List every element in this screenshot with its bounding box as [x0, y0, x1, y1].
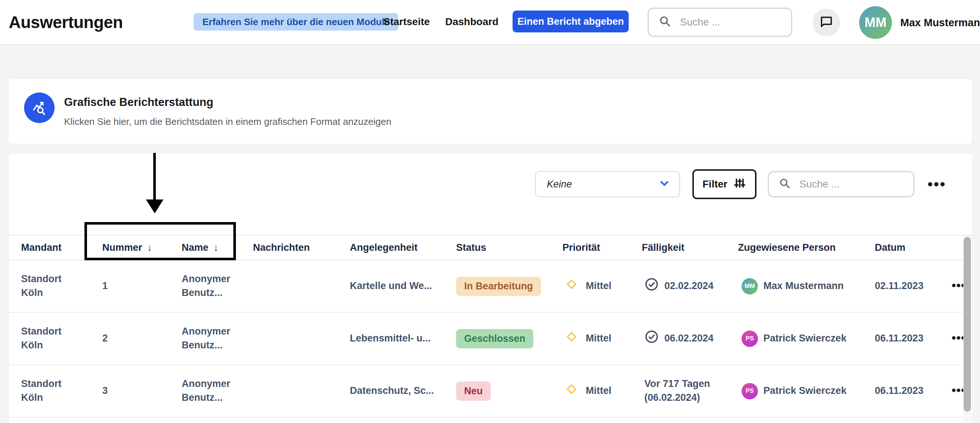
table-row[interactable]: Standort Köln 1 Anonymer Benutz... Karte… [9, 260, 973, 313]
cell-mandant: Standort Köln [21, 377, 102, 405]
nav-startseite[interactable]: Startseite [383, 16, 430, 28]
cell-faelligkeit: Vor 717 Tagen (06.02.2024) [642, 377, 738, 405]
cell-nummer: 3 [102, 384, 181, 398]
table-row[interactable]: Standort Köln 2 Anonymer Benutz... Leben… [9, 313, 973, 365]
cell-prioritaet: Mittel [562, 279, 642, 294]
cell-angelegenheit: Datenschutz, Sc... [350, 384, 456, 398]
submit-report-button[interactable]: Einen Bericht abgeben [512, 11, 629, 32]
table-search-input[interactable] [799, 178, 904, 190]
diamond-icon [566, 384, 577, 399]
search-icon [778, 177, 791, 191]
annotation-arrow-head [146, 199, 164, 213]
cell-datum: 02.11.2023 [875, 279, 951, 293]
table-row[interactable]: Standort Köln 3 Anonymer Benutz... Daten… [9, 365, 973, 418]
chevron-down-icon [658, 177, 671, 191]
diamond-icon [566, 279, 577, 294]
dropdown-selected-value: Keine [547, 179, 572, 190]
annotation-arrow-line [153, 153, 156, 200]
cell-name: Anonymer Benutz... [181, 377, 253, 405]
ellipsis-icon[interactable]: ••• [928, 176, 946, 192]
cell-mandant: Standort Köln [21, 325, 102, 352]
speech-bubble-icon [819, 14, 834, 30]
table-scrollbar-thumb[interactable] [964, 237, 971, 412]
graphic-report-card[interactable]: Grafische Berichterstattung Klicken Sie … [8, 78, 973, 144]
cell-angelegenheit: Kartelle und We... [350, 279, 456, 293]
sliders-icon [733, 177, 746, 192]
sort-desc-icon[interactable]: ↓ [148, 242, 153, 253]
nav-dashboard[interactable]: Dashboard [445, 16, 498, 28]
cell-zugewiesene-person: MM Max Mustermann [738, 278, 875, 294]
graphic-card-title: Grafische Berichterstattung [64, 96, 213, 109]
cell-zugewiesene-person: PS Patrick Swierczek [738, 383, 875, 399]
assignee-avatar: MM [741, 278, 758, 294]
col-nachrichten[interactable]: Nachrichten [253, 242, 350, 253]
col-prioritaet[interactable]: Priorität [562, 242, 642, 253]
sort-desc-icon[interactable]: ↓ [214, 242, 219, 253]
filter-dropdown[interactable]: Keine [535, 171, 680, 197]
cell-datum: 06.11.2023 [875, 332, 951, 345]
header-search[interactable] [648, 8, 792, 37]
header-search-input[interactable] [680, 16, 781, 28]
assignee-avatar: PS [741, 331, 758, 347]
diamond-icon [566, 331, 577, 346]
cell-faelligkeit: 02.02.2024 [642, 277, 738, 296]
cell-status: In Bearbeitung [456, 277, 562, 296]
new-modules-badge[interactable]: Erfahren Sie mehr über die neuen Module [194, 13, 398, 30]
status-badge: Geschlossen [456, 329, 533, 348]
col-zugewiesene-person[interactable]: Zugewiesene Person [738, 242, 875, 253]
status-badge: Neu [456, 382, 491, 401]
table-search[interactable] [768, 171, 915, 197]
cell-status: Neu [456, 382, 562, 401]
chat-button[interactable] [813, 9, 840, 37]
page-title: Auswertungen [9, 13, 123, 32]
cell-name: Anonymer Benutz... [181, 325, 253, 352]
cell-datum: 06.11.2023 [875, 384, 951, 398]
col-nummer[interactable]: Nummer ↓ [102, 242, 181, 253]
user-avatar[interactable]: MM [859, 6, 892, 39]
cell-status: Geschlossen [456, 329, 562, 348]
col-mandant[interactable]: Mandant [21, 242, 102, 253]
cell-prioritaet: Mittel [562, 331, 642, 346]
status-badge: In Bearbeitung [456, 277, 541, 296]
app-header: Auswertungen Erfahren Sie mehr über die … [0, 0, 980, 45]
col-faelligkeit[interactable]: Fälligkeit [642, 242, 738, 253]
cell-angelegenheit: Lebensmittel- u... [350, 332, 456, 345]
table-more-button[interactable]: ••• [928, 177, 946, 191]
filter-button[interactable]: Filter [692, 169, 756, 199]
cell-prioritaet: Mittel [562, 384, 642, 399]
check-circle-icon [644, 329, 659, 348]
col-name[interactable]: Name ↓ [181, 242, 253, 253]
cell-mandant: Standort Köln [21, 272, 102, 300]
assignee-avatar: PS [741, 383, 758, 399]
search-icon [658, 14, 672, 30]
col-datum[interactable]: Datum [875, 242, 951, 253]
chart-magnifier-icon [24, 92, 55, 123]
cell-zugewiesene-person: PS Patrick Swierczek [738, 331, 875, 347]
cell-nummer: 2 [102, 332, 181, 345]
cell-name: Anonymer Benutz... [181, 272, 253, 300]
col-angelegenheit[interactable]: Angelegenheit [350, 242, 456, 253]
user-name[interactable]: Max Mustermann [900, 17, 980, 29]
cell-nummer: 1 [102, 279, 181, 293]
check-circle-icon [644, 277, 659, 296]
cell-faelligkeit: 06.02.2024 [642, 329, 738, 348]
col-status[interactable]: Status [456, 242, 562, 253]
table-header-row: Mandant Nummer ↓ Name ↓ Nachrichten Ange… [9, 235, 973, 260]
graphic-card-subtitle: Klicken Sie hier, um die Berichtsdaten i… [64, 116, 391, 127]
